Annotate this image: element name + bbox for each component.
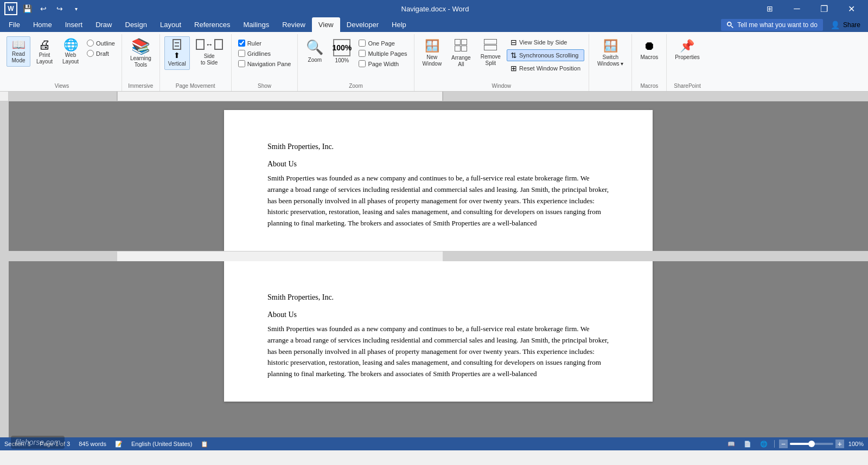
zoom-label: Zoom: [308, 57, 322, 63]
read-mode-button[interactable]: 📖 ReadMode: [7, 36, 30, 67]
multiple-pages-check[interactable]: Multiple Pages: [356, 49, 409, 58]
zoom-minus-button[interactable]: −: [779, 440, 788, 448]
quick-redo[interactable]: ↪: [53, 2, 66, 15]
multiple-pages-checkbox[interactable]: [359, 50, 366, 57]
navigation-pane-check[interactable]: Navigation Pane: [236, 59, 293, 68]
outline-radio[interactable]: Outline: [85, 38, 117, 48]
ruler-vertical-1: [0, 101, 9, 437]
vertical-button[interactable]: ⬆ Vertical: [164, 36, 190, 70]
macros-group: ⏺ Macros Macros: [632, 34, 667, 91]
gridlines-checkbox[interactable]: [238, 50, 245, 57]
reset-window-position-button[interactable]: ⊞ Reset Window Position: [507, 62, 584, 74]
zoom-100-button[interactable]: 100% 100%: [329, 36, 354, 67]
learning-tools-button[interactable]: 📚 LearningTools: [126, 36, 155, 71]
page-width-check[interactable]: Page Width: [356, 59, 409, 68]
view-read-button[interactable]: 📖: [725, 440, 737, 449]
reset-window-icon: ⊞: [510, 64, 517, 73]
ribbon: 📖 ReadMode 🖨 PrintLayout 🌐 WebLayout Out…: [0, 32, 868, 92]
switch-windows-button[interactable]: 🪟 SwitchWindows ▾: [593, 36, 627, 70]
document-area[interactable]: Smith Properties, Inc. About Us Smith Pr…: [9, 101, 868, 437]
immersive-group: 📚 LearningTools Immersive: [122, 34, 160, 91]
tab-developer[interactable]: Developer: [340, 17, 385, 32]
draft-radio-input[interactable]: [87, 50, 94, 57]
quick-save[interactable]: 💾: [21, 2, 34, 15]
status-spelling-icon[interactable]: 📝: [115, 441, 123, 448]
vertical-label: Vertical: [168, 61, 186, 67]
web-layout-button[interactable]: 🌐 WebLayout: [59, 36, 82, 68]
restore-button[interactable]: ❐: [812, 0, 837, 17]
navigation-pane-checkbox[interactable]: [238, 60, 245, 67]
status-section: Section: 1: [4, 441, 31, 447]
draft-radio[interactable]: Draft: [85, 49, 117, 58]
one-page-check[interactable]: One Page: [356, 38, 409, 48]
tab-home[interactable]: Home: [27, 17, 59, 32]
outline-radio-input[interactable]: [87, 40, 94, 47]
status-track-icon[interactable]: 📋: [201, 441, 208, 448]
zoom-bar[interactable]: [790, 443, 833, 445]
properties-label: Properties: [675, 54, 700, 61]
minimize-button[interactable]: ─: [784, 0, 809, 17]
macros-group-label: Macros: [640, 82, 658, 91]
zoom-group-label: Zoom: [349, 82, 363, 91]
sync-scroll-icon: ⇅: [510, 51, 517, 60]
print-layout-button[interactable]: 🖨 PrintLayout: [33, 36, 56, 68]
zoom-plus-button[interactable]: +: [835, 440, 844, 448]
bottom-page-section: Smith Properties, Inc. About Us Smith Pr…: [9, 261, 868, 410]
one-page-checkbox[interactable]: [359, 40, 366, 47]
tab-file[interactable]: File: [2, 17, 27, 32]
macros-button[interactable]: ⏺ Macros: [636, 36, 662, 63]
page-width-checkbox[interactable]: [359, 60, 366, 67]
zoom-thumb[interactable]: [808, 441, 815, 447]
view-print-button[interactable]: 📄: [742, 440, 754, 449]
tab-insert[interactable]: Insert: [59, 17, 90, 32]
properties-icon: 📌: [680, 39, 694, 53]
tab-references[interactable]: References: [188, 17, 237, 32]
synchronous-scrolling-button[interactable]: ⇅ Synchronous Scrolling: [507, 49, 584, 61]
search-text: Tell me what you want to do: [737, 21, 818, 29]
zoom-level[interactable]: 100%: [848, 441, 864, 447]
remove-split-button[interactable]: RemoveSplit: [477, 36, 505, 69]
side-to-side-icon: ↔: [196, 39, 223, 50]
quick-undo[interactable]: ↩: [37, 2, 50, 15]
top-doc-title: Smith Properties, Inc.: [267, 143, 609, 151]
show-group: Ruler Gridlines Navigation Pane Show: [232, 34, 298, 91]
arrange-all-button[interactable]: ArrangeAll: [448, 36, 475, 70]
zoom-button[interactable]: 🔍 Zoom: [302, 36, 327, 66]
tab-view[interactable]: View: [312, 17, 340, 32]
tab-draw[interactable]: Draw: [89, 17, 118, 32]
side-to-side-button[interactable]: ↔ Sideto Side: [192, 36, 227, 69]
ruler-checkbox[interactable]: [238, 40, 245, 47]
ruler-v-svg: [0, 101, 9, 437]
search-bar[interactable]: Tell me what you want to do: [721, 19, 823, 31]
view-side-by-side-button[interactable]: ⊟ View Side by Side: [507, 36, 584, 48]
grid-icon[interactable]: ⊞: [757, 0, 782, 17]
tab-design[interactable]: Design: [119, 17, 154, 32]
tab-layout[interactable]: Layout: [154, 17, 188, 32]
zoom-100-icon: 100%: [333, 39, 350, 56]
tab-help[interactable]: Help: [385, 17, 413, 32]
status-language[interactable]: English (United States): [131, 441, 193, 447]
properties-button[interactable]: 📌 Properties: [671, 36, 704, 63]
status-words: 845 words: [79, 441, 106, 447]
new-window-button[interactable]: 🪟 NewWindow: [419, 36, 446, 70]
tab-mailings[interactable]: Mailings: [237, 17, 276, 32]
view-web-button[interactable]: 🌐: [758, 440, 770, 449]
quick-more[interactable]: ▾: [69, 2, 82, 15]
share-button[interactable]: 👤 Share: [825, 18, 866, 31]
ruler-check[interactable]: Ruler: [236, 38, 293, 48]
svg-point-0: [727, 22, 731, 25]
show-group-label: Show: [258, 82, 271, 91]
tab-review[interactable]: Review: [276, 17, 312, 32]
page-width-label: Page Width: [368, 61, 399, 67]
macros-icon: ⏺: [643, 39, 655, 53]
ruler-label: Ruler: [247, 40, 261, 47]
vertical-icon: ⬆: [173, 39, 181, 60]
close-button[interactable]: ✕: [839, 0, 864, 17]
switch-windows-group: 🪟 SwitchWindows ▾: [589, 34, 632, 91]
remove-split-label: RemoveSplit: [481, 54, 501, 67]
switch-windows-label: SwitchWindows ▾: [597, 54, 623, 67]
gridlines-check[interactable]: Gridlines: [236, 49, 293, 58]
switch-windows-icon: 🪟: [603, 39, 618, 53]
views-group: 📖 ReadMode 🖨 PrintLayout 🌐 WebLayout Out…: [2, 34, 122, 91]
bottom-doc-heading: About Us: [267, 311, 609, 319]
